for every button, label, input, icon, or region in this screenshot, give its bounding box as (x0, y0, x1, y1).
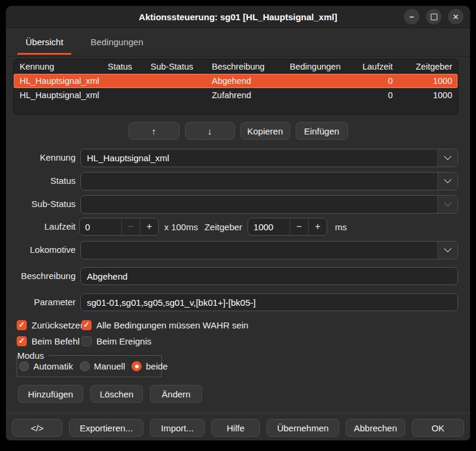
parameter-input[interactable]: sg01-01,sg01,sg05,sg01_v,[bk01+]-[bk05-] (80, 293, 458, 311)
cell-zeitgeber: 1000 (398, 76, 458, 86)
column-header-sub-status[interactable]: Sub-Status (151, 62, 212, 71)
chevron-down-icon (444, 152, 452, 160)
cancel-button[interactable]: Abbrechen (346, 419, 405, 437)
check-icon: ✓ (18, 321, 24, 329)
beim-befehl-checkbox[interactable]: ✓ Beim Befehl (17, 336, 80, 346)
radio-label: beide (146, 361, 168, 371)
radio-label: Manuell (94, 361, 126, 371)
radio-icon[interactable] (131, 361, 142, 371)
move-up-button[interactable]: ↑ (129, 122, 180, 140)
zeitgeber-decrement-button[interactable]: − (290, 218, 308, 235)
zeitgeber-label: Zeitgeber (205, 222, 242, 232)
dialog-actions: </> Exportieren... Import... Hilfe Übern… (12, 419, 464, 437)
modus-frame-label: Modus (17, 350, 48, 361)
column-header-zeitgeber[interactable]: Zeitgeber (398, 62, 458, 71)
status-dropdown-button[interactable] (437, 173, 458, 190)
laufzeit-decrement-button: − (121, 218, 140, 235)
tab-uebersicht[interactable]: Übersicht (15, 28, 73, 56)
lokomotive-combobox[interactable] (80, 241, 458, 259)
column-header-bedingungen[interactable]: Bedingungen (290, 62, 347, 71)
move-down-button[interactable]: ↓ (185, 122, 235, 140)
sub-status-label: Sub-Status (6, 199, 76, 209)
laufzeit-increment-button[interactable]: + (140, 218, 158, 235)
column-header-status[interactable]: Status (108, 62, 151, 71)
cell-kennung: HL_Hauptsignal_xml (14, 90, 108, 100)
cell-laufzeit: 0 (347, 90, 398, 100)
laufzeit-spinner[interactable]: 0 − + (79, 218, 159, 236)
cell-beschreibung: Abgehend (212, 76, 290, 86)
minimize-button[interactable]: – (404, 9, 419, 24)
checkbox-icon[interactable]: ✓ (82, 336, 92, 346)
radio-manuell[interactable]: Manuell (80, 361, 126, 371)
beschreibung-label: Beschreibung (6, 271, 76, 281)
cell-laufzeit: 0 (347, 76, 398, 86)
tab-label: Übersicht (26, 37, 63, 47)
zeitgeber-value[interactable]: 1000 (248, 218, 290, 235)
status-combobox[interactable] (80, 172, 458, 190)
delete-button[interactable]: Löschen (90, 385, 143, 403)
checkbox-icon[interactable]: ✓ (17, 320, 27, 330)
add-button[interactable]: Hinzufügen (18, 385, 83, 403)
change-button[interactable]: Ändern (150, 385, 202, 403)
kennung-combobox[interactable]: HL_Hauptsignal_xml (80, 149, 458, 167)
lokomotive-dropdown-button[interactable] (437, 242, 458, 259)
paste-button[interactable]: Einfügen (296, 122, 348, 140)
zeitgeber-increment-button[interactable]: + (308, 218, 327, 235)
tab-bedingungen[interactable]: Bedingungen (80, 28, 153, 56)
status-value[interactable] (81, 173, 437, 190)
laufzeit-value[interactable]: 0 (80, 218, 121, 235)
status-label: Status (6, 176, 76, 186)
parameter-label: Parameter (6, 297, 76, 307)
zuruecksetzen-checkbox[interactable]: ✓ Zurücksetzen (17, 320, 85, 330)
copy-button[interactable]: Kopieren (240, 122, 290, 140)
lokomotive-value[interactable] (81, 242, 437, 259)
list-toolbar: ↑ ↓ Kopieren Einfügen (6, 122, 470, 140)
table-row[interactable]: HL_Hauptsignal_xml Abgehend 0 1000 (14, 74, 458, 88)
maximize-button[interactable] (426, 9, 441, 24)
check-icon: ✓ (18, 337, 24, 345)
item-actions: Hinzufügen Löschen Ändern (18, 385, 202, 403)
help-button[interactable]: Hilfe (211, 419, 260, 437)
beschreibung-input[interactable]: Abgehend (80, 267, 458, 285)
cell-zeitgeber: 1000 (398, 90, 458, 100)
ok-button[interactable]: OK (412, 419, 464, 437)
radio-icon[interactable] (80, 361, 90, 371)
window-title: Aktionssteuerung: sg01 [HL_Hauptsignal_x… (139, 12, 337, 22)
titlebar[interactable]: Aktionssteuerung: sg01 [HL_Hauptsignal_x… (6, 6, 470, 28)
code-button[interactable]: </> (12, 419, 62, 437)
cell-beschreibung: Zufahrend (212, 90, 290, 100)
check-icon: ✓ (83, 321, 89, 329)
beim-ereignis-checkbox[interactable]: ✓ Beim Ereignis (82, 336, 152, 346)
column-header-laufzeit[interactable]: Laufzeit (347, 62, 398, 71)
zeitgeber-spinner[interactable]: 1000 − + (248, 218, 327, 236)
radio-icon[interactable] (19, 361, 29, 371)
checkbox-icon[interactable]: ✓ (82, 320, 92, 330)
sub-status-value (81, 196, 437, 213)
close-icon: ✕ (453, 13, 459, 21)
maximize-icon (431, 14, 437, 20)
checkbox-icon[interactable]: ✓ (17, 336, 27, 346)
minus-icon: − (128, 221, 133, 232)
import-button[interactable]: Import... (150, 419, 205, 437)
lokomotive-label: Lokomotive (6, 245, 76, 255)
kennung-value[interactable]: HL_Hauptsignal_xml (81, 149, 437, 167)
chevron-down-icon (444, 245, 452, 252)
radio-beide[interactable]: beide (131, 361, 168, 371)
minus-icon: − (296, 221, 302, 232)
column-header-kennung[interactable]: Kennung (14, 62, 108, 71)
alle-bedingungen-checkbox[interactable]: ✓ Alle Bedingungen müssen WAHR sein (82, 320, 248, 330)
sub-status-combobox (80, 195, 458, 214)
radio-label: Automatik (33, 361, 73, 371)
column-header-beschreibung[interactable]: Beschreibung (212, 62, 290, 71)
plus-icon: + (146, 221, 152, 232)
apply-button[interactable]: Übernehmen (267, 419, 339, 437)
chevron-down-icon (444, 176, 452, 183)
close-button[interactable]: ✕ (448, 9, 464, 24)
laufzeit-label: Laufzeit (6, 221, 76, 231)
kennung-dropdown-button[interactable] (437, 149, 458, 167)
window-controls: – ✕ (404, 9, 464, 24)
table-row[interactable]: HL_Hauptsignal_xml Zufahrend 0 1000 (14, 88, 458, 102)
radio-automatik[interactable]: Automatik (19, 361, 73, 371)
kennung-label: Kennung (6, 152, 76, 162)
export-button[interactable]: Exportieren... (69, 419, 143, 437)
